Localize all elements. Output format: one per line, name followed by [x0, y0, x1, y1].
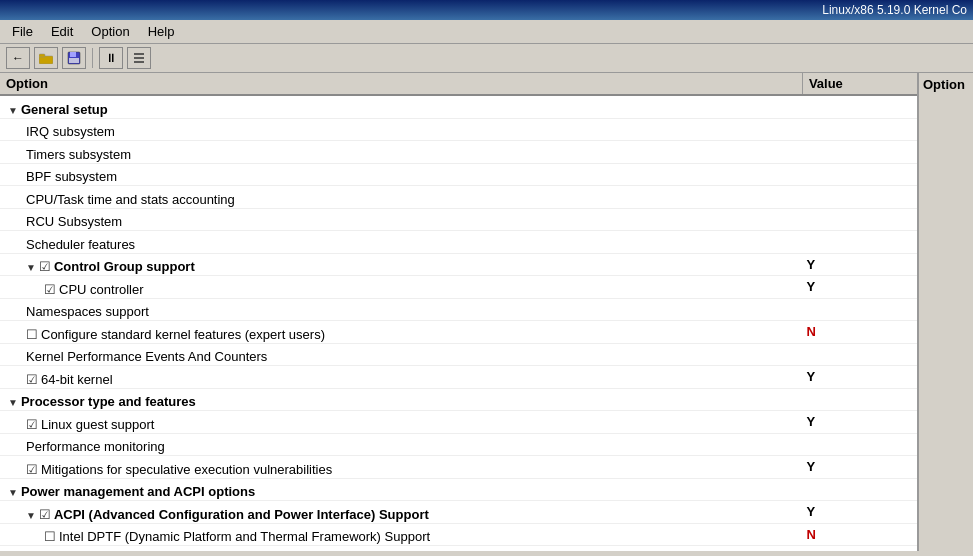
item-label: Namespaces support: [26, 304, 149, 319]
table-row[interactable]: Processor type and features: [0, 388, 917, 411]
titlebar-text: Linux/x86 5.19.0 Kernel Co: [822, 3, 967, 17]
item-value: Y: [806, 414, 815, 429]
table-row[interactable]: Intel DPTF (Dynamic Platform and Thermal…: [0, 523, 917, 546]
item-label: Performance monitoring: [26, 439, 165, 454]
col-header-value: Value: [802, 73, 917, 95]
table-row[interactable]: BPF subsystem: [0, 163, 917, 186]
item-value: N: [806, 527, 815, 542]
item-label: Scheduler features: [26, 237, 135, 252]
item-label: RCU Subsystem: [26, 214, 122, 229]
checkbox-checked-icon[interactable]: [44, 282, 59, 297]
item-label: General setup: [21, 102, 108, 117]
table-row[interactable]: Linux guest supportY: [0, 411, 917, 434]
table-row[interactable]: Timers subsystem: [0, 141, 917, 164]
table-row[interactable]: Kernel Performance Events And Counters: [0, 343, 917, 366]
expand-arrow-icon[interactable]: [26, 259, 39, 274]
table-row[interactable]: 64-bit kernelY: [0, 366, 917, 389]
checkbox-unchecked-icon[interactable]: [44, 529, 59, 544]
item-value: Y: [806, 257, 815, 272]
expand-arrow-icon[interactable]: [8, 484, 21, 499]
item-label: Configure standard kernel features (expe…: [41, 327, 325, 342]
table-row[interactable]: Namespaces support: [0, 298, 917, 321]
right-panel-title: Option: [923, 77, 969, 92]
item-value: N: [806, 324, 815, 339]
titlebar: Linux/x86 5.19.0 Kernel Co: [0, 0, 973, 20]
table-row[interactable]: Scheduler features: [0, 231, 917, 254]
svg-rect-4: [69, 58, 79, 63]
item-label: CPU controller: [59, 282, 144, 297]
col-header-option: Option: [0, 73, 802, 95]
tree-panel[interactable]: Option Value General setupIRQ subsystemT…: [0, 73, 918, 551]
item-label: Control Group support: [54, 259, 195, 274]
item-label: ACPI (Advanced Configuration and Power I…: [54, 507, 429, 522]
item-label: Kernel Performance Events And Counters: [26, 349, 267, 364]
table-row[interactable]: Control Group supportY: [0, 253, 917, 276]
table-row[interactable]: Configure standard kernel features (expe…: [0, 321, 917, 344]
expand-arrow-icon[interactable]: [8, 102, 21, 117]
back-button[interactable]: ←: [6, 47, 30, 69]
main-area: Option Value General setupIRQ subsystemT…: [0, 73, 973, 551]
item-label: Power management and ACPI options: [21, 484, 255, 499]
right-panel: Option: [918, 73, 973, 551]
item-label: CPU/Task time and stats accounting: [26, 192, 235, 207]
item-value: Y: [806, 279, 815, 294]
table-row[interactable]: Performance monitoring: [0, 433, 917, 456]
checkbox-unchecked-icon[interactable]: [26, 327, 41, 342]
toolbar-separator-1: [92, 48, 93, 68]
save-button[interactable]: [62, 47, 86, 69]
item-label: 64-bit kernel: [41, 372, 113, 387]
menu-option[interactable]: Option: [83, 22, 137, 41]
table-row[interactable]: Power management and ACPI options: [0, 478, 917, 501]
table-row[interactable]: RCU Subsystem: [0, 208, 917, 231]
table-row[interactable]: CPU controllerY: [0, 276, 917, 299]
item-value: N: [806, 549, 815, 551]
expand-arrow-icon[interactable]: [26, 507, 39, 522]
expand-arrow-icon[interactable]: [8, 394, 21, 409]
item-label: Processor type and features: [21, 394, 196, 409]
checkbox-checked-icon[interactable]: [26, 462, 41, 477]
menu-file[interactable]: File: [4, 22, 41, 41]
checkbox-checked-icon[interactable]: [26, 372, 41, 387]
menubar: File Edit Option Help: [0, 20, 973, 44]
table-row[interactable]: IRQ subsystem: [0, 118, 917, 141]
open-button[interactable]: [34, 47, 58, 69]
config-table: Option Value General setupIRQ subsystemT…: [0, 73, 917, 551]
tree-button[interactable]: [127, 47, 151, 69]
item-value: Y: [806, 504, 815, 519]
checkbox-checked-icon[interactable]: [39, 507, 54, 522]
table-row[interactable]: PMIC (Power Management Integrated Circui…: [0, 546, 917, 552]
item-label: Intel DPTF (Dynamic Platform and Thermal…: [59, 529, 430, 544]
item-label: Timers subsystem: [26, 147, 131, 162]
svg-rect-3: [70, 52, 76, 57]
item-label: BPF subsystem: [26, 169, 117, 184]
table-row[interactable]: Mitigations for speculative execution vu…: [0, 456, 917, 479]
checkbox-checked-icon[interactable]: [26, 417, 41, 432]
table-row[interactable]: General setup: [0, 95, 917, 118]
item-value: Y: [806, 459, 815, 474]
item-value: Y: [806, 369, 815, 384]
item-label: Linux guest support: [41, 417, 154, 432]
svg-rect-1: [39, 54, 45, 57]
menu-edit[interactable]: Edit: [43, 22, 81, 41]
menu-help[interactable]: Help: [140, 22, 183, 41]
table-row[interactable]: CPU/Task time and stats accounting: [0, 186, 917, 209]
item-label: Mitigations for speculative execution vu…: [41, 462, 332, 477]
item-label: IRQ subsystem: [26, 124, 115, 139]
toolbar: ← ⏸: [0, 44, 973, 73]
pause-button[interactable]: ⏸: [99, 47, 123, 69]
checkbox-checked-icon[interactable]: [39, 259, 54, 274]
table-row[interactable]: ACPI (Advanced Configuration and Power I…: [0, 501, 917, 524]
